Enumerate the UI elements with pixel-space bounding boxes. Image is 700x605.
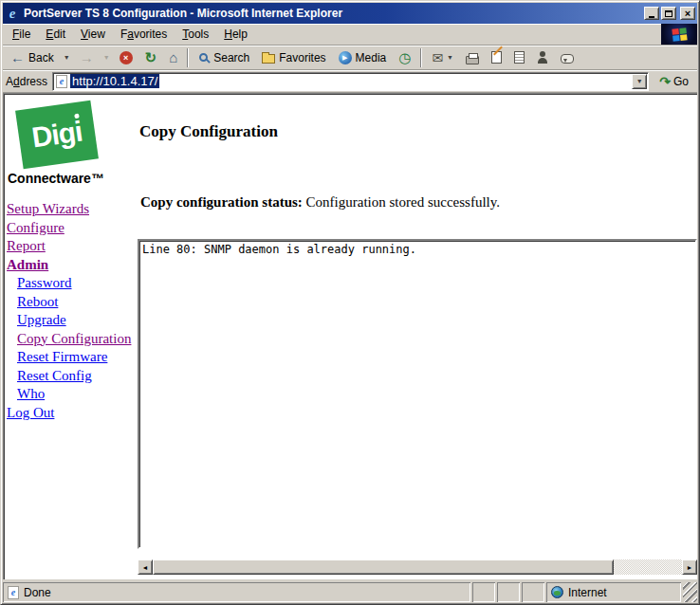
- zone-label: Internet: [568, 586, 607, 599]
- title-bar: e PortServer TS 8 Configuration - Micros…: [3, 3, 697, 24]
- page-ie-icon: e: [8, 586, 19, 599]
- digi-logo-text: Digi: [30, 116, 84, 155]
- windows-flag-icon: [672, 28, 687, 41]
- sidebar-link-admin[interactable]: Admin: [7, 256, 131, 275]
- sidebar-link-log-out[interactable]: Log Out: [7, 404, 131, 423]
- stop-button[interactable]: ×: [114, 48, 138, 67]
- page-content: Digi Connectware™ Setup Wizards Configur…: [3, 93, 697, 579]
- sidebar-link-copy-configuration[interactable]: Copy Configuration: [7, 330, 131, 349]
- copy-status-value: Configuration stored successfully.: [306, 194, 500, 210]
- go-arrow-icon: ↷: [659, 75, 671, 88]
- mail-button[interactable]: ✉ ▼: [426, 48, 459, 67]
- scroll-left-icon: ◄: [142, 564, 149, 571]
- history-clock-icon: ◷: [398, 50, 411, 64]
- security-zone-panel: Internet: [546, 582, 681, 602]
- back-label: Back: [28, 51, 54, 64]
- search-icon: [199, 53, 208, 62]
- sidebar-link-configure[interactable]: Configure: [7, 219, 131, 238]
- chevron-down-icon: ▼: [447, 54, 453, 61]
- scrollbar-thumb[interactable]: [153, 559, 614, 575]
- go-label: Go: [673, 75, 689, 88]
- home-icon: ⌂: [169, 50, 177, 64]
- discuss-button[interactable]: [555, 49, 580, 66]
- back-dropdown[interactable]: ▼: [61, 51, 73, 64]
- digi-logo: Digi: [15, 101, 99, 170]
- address-dropdown-button[interactable]: ▼: [632, 74, 647, 89]
- sidebar-link-upgrade[interactable]: Upgrade: [7, 311, 131, 330]
- sidebar-link-password[interactable]: Password: [7, 274, 131, 293]
- back-icon: ←: [10, 50, 25, 64]
- print-button[interactable]: [460, 48, 485, 67]
- messenger-button[interactable]: [531, 48, 554, 66]
- status-panel-empty: [497, 582, 520, 602]
- resize-grip[interactable]: [683, 582, 697, 602]
- window-controls: ×: [644, 7, 695, 20]
- sidebar-link-reset-firmware[interactable]: Reset Firmware: [7, 348, 131, 367]
- search-label: Search: [213, 51, 249, 64]
- status-panel-empty: [522, 582, 544, 602]
- close-button[interactable]: ×: [680, 7, 695, 20]
- menu-favorites[interactable]: Favorites: [113, 25, 175, 44]
- status-panel-main: e Done: [3, 582, 470, 602]
- menu-bar: File Edit View Favorites Tools Help: [3, 24, 697, 46]
- scroll-left-button[interactable]: ◄: [138, 559, 153, 575]
- refresh-button[interactable]: ↻: [139, 47, 163, 67]
- copy-status-line: Copy configuration status: Configuration…: [140, 194, 500, 211]
- messenger-person-icon: [537, 51, 548, 64]
- windows-flag-throbber: [661, 24, 697, 45]
- mail-icon: ✉: [432, 51, 443, 64]
- address-label: Address: [6, 75, 47, 88]
- toolbar-separator: [187, 48, 189, 67]
- close-icon: ×: [685, 8, 691, 19]
- page-title: Copy Configuration: [139, 122, 278, 141]
- forward-icon: →: [80, 50, 94, 64]
- favorites-folder-icon: [262, 54, 275, 64]
- search-button[interactable]: Search: [193, 48, 255, 67]
- sidebar-link-setup-wizards[interactable]: Setup Wizards: [7, 200, 131, 219]
- edit-button[interactable]: [486, 48, 507, 66]
- sidebar-link-reboot[interactable]: Reboot: [7, 293, 131, 312]
- maximize-icon: [665, 10, 672, 17]
- window-title: PortServer TS 8 Configuration - Microsof…: [24, 7, 640, 20]
- go-button[interactable]: ↷ Go: [654, 73, 694, 90]
- favorites-button[interactable]: Favorites: [256, 48, 331, 67]
- menu-edit[interactable]: Edit: [38, 25, 73, 44]
- document-icon: [514, 51, 525, 64]
- chevron-down-icon: ▼: [636, 78, 643, 84]
- minimize-button[interactable]: [644, 7, 659, 20]
- page-ie-icon: e: [56, 75, 67, 88]
- status-bar: e Done Internet: [3, 579, 697, 602]
- sidebar-link-who[interactable]: Who: [7, 385, 131, 404]
- menu-file[interactable]: File: [5, 25, 38, 44]
- internet-globe-icon: [551, 586, 563, 598]
- menu-tools[interactable]: Tools: [175, 25, 216, 44]
- edit-page-icon: [491, 51, 502, 64]
- status-panel-empty: [472, 582, 495, 602]
- scroll-right-icon: ►: [687, 564, 693, 571]
- forward-dropdown[interactable]: ▼: [101, 51, 113, 64]
- log-output-textarea[interactable]: Line 80: SNMP daemon is already running.: [138, 239, 697, 549]
- connectware-tagline: Connectware™: [8, 171, 104, 186]
- minimize-icon: [649, 16, 654, 18]
- discuss-bubble-icon: [561, 54, 574, 64]
- status-text: Done: [24, 586, 51, 599]
- menu-help[interactable]: Help: [216, 25, 255, 44]
- notes-button[interactable]: [508, 48, 530, 66]
- chevron-down-icon: ▼: [103, 54, 110, 61]
- media-label: Media: [356, 51, 387, 64]
- scroll-right-button[interactable]: ►: [682, 559, 697, 575]
- menu-view[interactable]: View: [73, 25, 113, 44]
- ie-logo-icon: e: [5, 6, 20, 21]
- back-button[interactable]: ← Back: [5, 47, 60, 67]
- maximize-button[interactable]: [661, 7, 676, 20]
- media-button[interactable]: ▶ Media: [333, 48, 393, 67]
- home-button[interactable]: ⌂: [163, 47, 183, 67]
- print-icon: [466, 56, 479, 64]
- forward-button[interactable]: →: [74, 47, 100, 67]
- sidebar-link-report[interactable]: Report: [7, 237, 131, 256]
- address-bar: Address e http://10.1.4.17/ ▼ ↷ Go: [3, 70, 697, 93]
- history-button[interactable]: ◷: [393, 47, 416, 67]
- address-input[interactable]: e http://10.1.4.17/ ▼: [52, 72, 649, 91]
- sidebar-link-reset-config[interactable]: Reset Config: [7, 367, 131, 386]
- scrollbar-track[interactable]: [614, 559, 682, 575]
